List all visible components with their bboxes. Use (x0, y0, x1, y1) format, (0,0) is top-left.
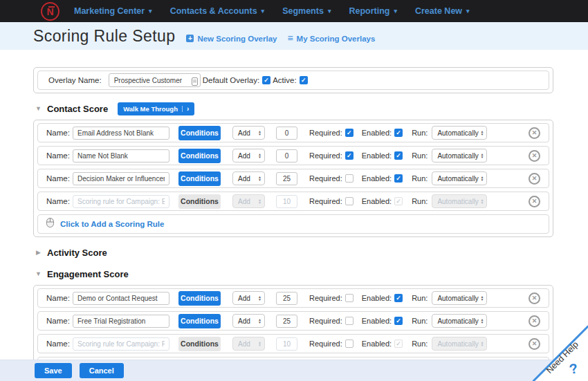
score-value-input[interactable] (276, 195, 297, 208)
select-arrows-icon: ▲▼ (480, 198, 484, 204)
run-select[interactable]: Automatically ▲▼ (432, 314, 487, 328)
operation-select[interactable]: Add ▲▼ (232, 194, 265, 208)
rule-name-input[interactable] (73, 172, 169, 185)
required-label: Required: (309, 317, 342, 325)
run-select[interactable]: Automatically ▲▼ (432, 149, 487, 162)
score-value-input[interactable] (276, 127, 297, 140)
active-checkbox[interactable]: ✓ (300, 76, 308, 84)
conditions-button[interactable]: Conditions (178, 149, 221, 163)
brand-logo[interactable]: N (41, 2, 59, 21)
section-title: Engagement Score (47, 269, 129, 279)
score-section: ▼ Contact Score Walk Me Through › Name: … (33, 102, 553, 237)
required-label: Required: (309, 129, 342, 137)
section-toggle-icon[interactable]: ▼ (35, 270, 42, 277)
nav-item-reporting[interactable]: Reporting▾ (349, 6, 397, 16)
page-header: Scoring Rule Setup + New Scoring Overlay… (0, 22, 588, 50)
overlay-name-input[interactable] (109, 73, 201, 87)
scoring-rule-row: Name: Conditions Add ▲▼ Required: Enable… (37, 288, 549, 308)
run-select[interactable]: Automatically ▲▼ (432, 194, 487, 208)
required-checkbox[interactable] (345, 174, 353, 183)
operation-select[interactable]: Add ▲▼ (232, 126, 265, 140)
conditions-button[interactable]: Conditions (178, 171, 221, 186)
default-overlay-label: Default Overlay: (203, 76, 259, 84)
operation-select[interactable]: Add ▲▼ (232, 171, 265, 185)
required-checkbox[interactable]: ✓ (345, 151, 353, 160)
scoring-rule-setup-page: N Marketing Center▾Contacts & Accounts▾S… (0, 0, 588, 381)
need-help-ribbon[interactable]: Need Help ? (533, 326, 588, 381)
enabled-label: Enabled: (362, 317, 392, 325)
add-scoring-rule-row[interactable]: Click to Add a Scoring Rule (37, 214, 549, 234)
required-checkbox[interactable] (345, 294, 353, 302)
operation-select[interactable]: Add ▲▼ (232, 337, 265, 351)
save-button[interactable]: Save (35, 363, 72, 378)
nav-item-create-new[interactable]: Create New▾ (415, 6, 470, 16)
my-scoring-overlays-link[interactable]: ≡ My Scoring Overlays (287, 35, 375, 43)
active-label: Active: (273, 76, 297, 84)
rule-name-input[interactable] (73, 292, 169, 305)
select-arrows-icon: ▲▼ (480, 130, 484, 136)
enabled-checkbox[interactable]: ✓ (394, 317, 403, 325)
run-value: Automatically (437, 198, 478, 205)
score-value-input[interactable] (276, 292, 297, 305)
new-scoring-overlay-link[interactable]: + New Scoring Overlay (186, 35, 277, 43)
conditions-button[interactable]: Conditions (178, 291, 221, 306)
required-checkbox[interactable] (345, 340, 353, 348)
conditions-button[interactable]: Conditions (178, 194, 221, 209)
conditions-button[interactable]: Conditions (178, 337, 221, 351)
default-overlay-checkbox[interactable]: ✓ (262, 76, 270, 84)
operation-value: Add (238, 340, 250, 348)
score-value-input[interactable] (276, 149, 297, 162)
rule-name-input[interactable] (73, 315, 169, 328)
rule-name-input[interactable] (73, 127, 169, 140)
rule-name-input[interactable] (73, 337, 169, 351)
operation-select[interactable]: Add ▲▼ (232, 149, 265, 162)
rule-name-label: Name: (46, 174, 73, 183)
cancel-button[interactable]: Cancel (80, 363, 124, 378)
walk-me-through-button[interactable]: Walk Me Through › (118, 102, 194, 115)
run-select[interactable]: Automatically ▲▼ (432, 171, 487, 185)
run-select[interactable]: Automatically ▲▼ (432, 291, 487, 305)
enabled-checkbox[interactable]: ✓ (394, 151, 403, 160)
run-select[interactable]: Automatically ▲▼ (432, 337, 487, 351)
caret-down-icon: ▾ (328, 8, 331, 15)
enabled-checkbox[interactable]: ✓ (394, 174, 403, 183)
delete-rule-icon[interactable]: ✕ (529, 150, 540, 162)
nav-item-marketing-center[interactable]: Marketing Center▾ (74, 6, 152, 16)
score-value-input[interactable] (276, 315, 297, 328)
score-section: ▶ Activity Score (33, 246, 553, 259)
score-value-input[interactable] (276, 337, 297, 351)
delete-rule-icon[interactable]: ✕ (529, 196, 540, 207)
required-checkbox[interactable] (345, 317, 353, 325)
rule-name-label: Name: (46, 317, 73, 325)
section-toggle-icon[interactable]: ▼ (35, 105, 42, 112)
required-checkbox[interactable]: ✓ (345, 129, 353, 137)
section-title: Activity Score (47, 248, 107, 258)
run-value: Automatically (437, 175, 478, 183)
run-value: Automatically (437, 340, 478, 348)
score-value-input[interactable] (276, 172, 297, 185)
delete-rule-icon[interactable]: ✕ (529, 173, 540, 185)
score-sections: ▼ Contact Score Walk Me Through › Name: … (33, 102, 553, 380)
nav-item-segments[interactable]: Segments▾ (282, 6, 331, 16)
nav-item-contacts-accounts[interactable]: Contacts & Accounts▾ (170, 6, 264, 16)
delete-rule-icon[interactable]: ✕ (529, 292, 540, 304)
enabled-checkbox[interactable]: ✓ (394, 340, 403, 348)
section-toggle-icon[interactable]: ▶ (35, 249, 42, 256)
conditions-button[interactable]: Conditions (178, 126, 221, 140)
required-checkbox[interactable] (345, 197, 353, 205)
rule-name-input[interactable] (73, 195, 169, 208)
delete-rule-icon[interactable]: ✕ (529, 315, 540, 327)
rule-name-label: Name: (46, 151, 73, 160)
operation-select[interactable]: Add ▲▼ (232, 314, 265, 328)
run-select[interactable]: Automatically ▲▼ (432, 126, 487, 140)
operation-select[interactable]: Add ▲▼ (232, 291, 265, 305)
conditions-button[interactable]: Conditions (178, 314, 221, 328)
add-scoring-rule-link[interactable]: Click to Add a Scoring Rule (60, 220, 164, 228)
enabled-checkbox[interactable]: ✓ (394, 294, 403, 302)
select-arrows-icon: ▲▼ (480, 153, 484, 158)
delete-rule-icon[interactable]: ✕ (529, 127, 540, 139)
caret-down-icon: ▾ (261, 8, 265, 15)
enabled-checkbox[interactable]: ✓ (394, 129, 403, 137)
rule-name-input[interactable] (73, 149, 169, 162)
enabled-checkbox[interactable]: ✓ (394, 197, 403, 205)
